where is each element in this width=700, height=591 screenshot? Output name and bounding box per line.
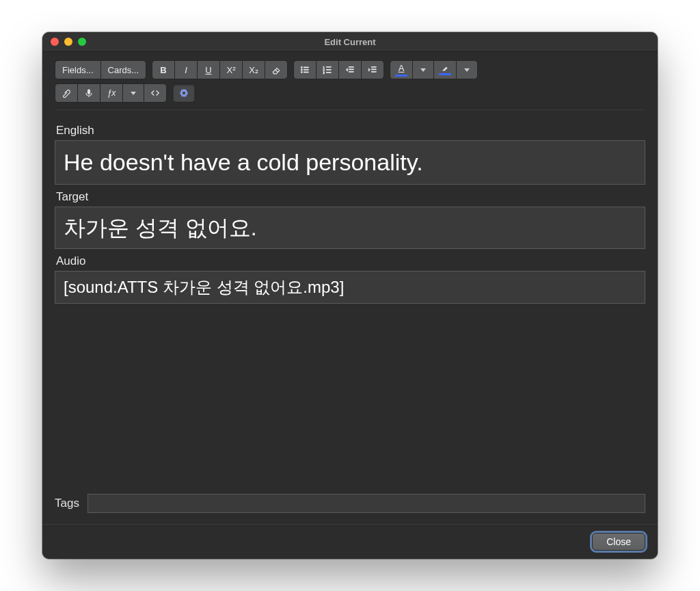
svg-rect-15	[371, 66, 376, 67]
indent-button[interactable]	[361, 60, 384, 79]
window-controls	[51, 38, 86, 46]
tags-label: Tags	[55, 497, 79, 510]
svg-point-2	[301, 71, 302, 73]
superscript-icon: X²	[227, 65, 236, 75]
svg-rect-10	[326, 69, 331, 70]
record-audio-button[interactable]	[77, 83, 100, 103]
close-window-icon[interactable]	[51, 38, 59, 46]
ordered-list-icon: 123	[323, 65, 332, 75]
target-field[interactable]: 차가운 성격 없어요.	[55, 207, 645, 249]
footer: Close	[42, 524, 658, 559]
tags-input[interactable]	[88, 494, 645, 513]
svg-rect-17	[371, 71, 376, 72]
cards-button[interactable]: Cards...	[100, 60, 147, 79]
svg-point-0	[301, 66, 302, 68]
highlight-color-swatch	[439, 73, 451, 75]
fields-area: English He doesn't have a cold personali…	[55, 118, 645, 513]
text-color-dropdown[interactable]	[412, 60, 433, 79]
text-color-icon: A	[399, 63, 405, 73]
chevron-down-icon	[420, 68, 426, 72]
bold-button[interactable]: B	[152, 60, 174, 79]
html-editor-button[interactable]	[144, 83, 167, 103]
outdent-icon	[345, 65, 355, 75]
audio-label: Audio	[56, 254, 645, 268]
outdent-button[interactable]	[338, 60, 361, 79]
indent-icon	[368, 65, 377, 75]
zoom-window-icon[interactable]	[78, 38, 86, 46]
underline-icon: U	[205, 65, 211, 75]
svg-rect-3	[304, 67, 308, 68]
paperclip-icon	[62, 88, 71, 98]
attach-button[interactable]	[55, 83, 77, 103]
globe-icon	[179, 88, 189, 98]
minimize-window-icon[interactable]	[64, 38, 72, 46]
italic-button[interactable]: I	[174, 60, 197, 79]
fx-icon: ƒx	[107, 88, 116, 98]
code-icon	[150, 88, 160, 98]
unordered-list-button[interactable]	[293, 60, 316, 79]
svg-rect-18	[88, 90, 90, 94]
content-area: Fields... Cards... B I U X² X₂	[42, 52, 658, 524]
chevron-down-icon	[131, 92, 136, 95]
close-button[interactable]: Close	[592, 533, 645, 551]
highlight-color-button[interactable]	[433, 60, 456, 79]
english-field[interactable]: He doesn't have a cold personality.	[55, 140, 645, 185]
svg-rect-14	[349, 71, 353, 72]
tags-row: Tags	[55, 494, 645, 513]
svg-text:3: 3	[323, 71, 325, 75]
microphone-icon	[84, 88, 94, 98]
svg-rect-5	[304, 72, 308, 73]
edit-current-window: Edit Current Fields... Cards... B I U X²…	[42, 32, 658, 559]
chevron-down-icon	[464, 68, 470, 72]
svg-rect-12	[349, 66, 353, 67]
svg-rect-4	[304, 69, 308, 70]
clear-formatting-button[interactable]	[265, 60, 288, 79]
svg-rect-11	[326, 73, 331, 73]
english-label: English	[56, 124, 645, 137]
underline-button[interactable]: U	[197, 60, 219, 79]
svg-rect-9	[326, 66, 331, 67]
ordered-list-button[interactable]: 123	[316, 60, 338, 79]
subscript-button[interactable]: X₂	[242, 60, 265, 79]
window-title: Edit Current	[42, 37, 658, 47]
equation-button[interactable]: ƒx	[100, 83, 122, 103]
highlighter-icon	[440, 65, 450, 72]
audio-field[interactable]: [sound:ATTS 차가운 성격 없어요.mp3]	[55, 271, 645, 304]
fields-button[interactable]: Fields...	[55, 60, 100, 79]
italic-icon: I	[185, 65, 187, 75]
bold-icon: B	[160, 65, 166, 75]
svg-point-1	[301, 69, 302, 70]
subscript-icon: X₂	[249, 65, 258, 75]
target-label: Target	[56, 190, 645, 204]
equation-dropdown[interactable]	[122, 83, 144, 103]
text-color-button[interactable]: A	[390, 60, 412, 79]
svg-rect-13	[349, 69, 353, 70]
titlebar: Edit Current	[42, 32, 658, 52]
highlight-color-dropdown[interactable]	[456, 60, 478, 79]
text-color-swatch	[395, 75, 407, 77]
toolbar: Fields... Cards... B I U X² X₂	[55, 60, 645, 110]
addon-button[interactable]	[172, 83, 196, 103]
superscript-button[interactable]: X²	[219, 60, 242, 79]
eraser-icon	[271, 65, 281, 75]
svg-rect-16	[371, 69, 376, 70]
unordered-list-icon	[300, 65, 310, 75]
